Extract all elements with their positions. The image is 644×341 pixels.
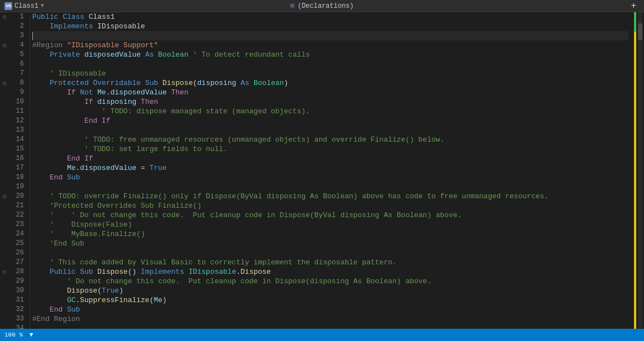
gutter-line-4[interactable]: ⊟ — [0, 41, 9, 50]
token-comment: 'Protected Overrides Sub Finalize() — [32, 201, 201, 210]
token-kw2: End — [85, 116, 97, 126]
token-plain — [32, 173, 49, 182]
scrollbar[interactable] — [636, 12, 644, 329]
token-kw2: End — [49, 305, 62, 314]
scrollbar-track[interactable] — [638, 12, 642, 329]
token-plain: = — [136, 163, 149, 173]
gutter-line-13 — [0, 126, 9, 135]
line-num-15: 15 — [9, 144, 26, 154]
token-comment: ' IDisposable — [32, 69, 106, 78]
line-num-9: 9 — [9, 88, 26, 97]
token-type: Boolean — [158, 50, 189, 59]
code-line-30: Dispose(True) — [32, 286, 628, 295]
token-plain — [32, 163, 67, 173]
token-bool-val: True — [102, 286, 119, 295]
code-line-6 — [32, 59, 628, 69]
token-region: #Region — [32, 41, 63, 50]
gutter-line-20[interactable]: ⊟ — [0, 192, 9, 201]
code-line-5: Private disposedValue As Boolean ' To de… — [32, 50, 628, 59]
token-method: Dispose — [241, 267, 271, 277]
code-line-11: ' TODO: dispose managed state (managed o… — [32, 107, 628, 116]
token-plain — [32, 295, 67, 305]
vb-icon: VB — [4, 2, 12, 10]
gutter-line-29 — [0, 277, 9, 286]
line-numbers: 1234567891011121314151617181920212223242… — [9, 12, 30, 329]
token-plain — [97, 116, 102, 126]
token-kw: Sub — [80, 267, 93, 277]
gutter-line-1[interactable]: ⊟ — [0, 12, 9, 22]
token-plain: . — [236, 267, 241, 277]
token-plain — [32, 50, 49, 59]
gutter-line-15 — [0, 144, 9, 154]
gutter-line-12 — [0, 116, 9, 126]
code-line-22: ' ' Do not change this code. Put cleanup… — [32, 210, 628, 220]
token-plain — [63, 41, 67, 50]
line-num-1: 1 — [9, 12, 26, 22]
code-line-21: 'Protected Overrides Sub Finalize() — [32, 201, 628, 210]
code-line-31: GC.SuppressFinalize(Me) — [32, 295, 628, 305]
editor: ⊟⊟⊟⊟⊟ 1234567891011121314151617181920212… — [0, 12, 644, 329]
token-type: IDisposable — [189, 267, 236, 277]
gutter-line-26 — [0, 248, 9, 258]
code-line-13 — [32, 126, 628, 135]
line-num-27: 27 — [9, 258, 26, 267]
token-plain — [93, 88, 97, 97]
token-comment: ' TODO: free unmanaged resources (unmana… — [32, 135, 444, 144]
gutter-line-19 — [0, 182, 9, 192]
token-comment: ' ' Do not change this code. Put cleanup… — [32, 210, 462, 220]
line-num-19: 19 — [9, 182, 26, 192]
filename-dropdown[interactable]: ▼ — [41, 3, 44, 9]
line-num-33: 33 — [9, 314, 26, 324]
token-plain — [136, 97, 141, 107]
gutter-line-7 — [0, 69, 9, 78]
token-plain: ( — [150, 295, 154, 305]
token-kw2: If — [85, 97, 93, 107]
token-plain — [141, 50, 145, 59]
code-area[interactable]: Public Class Class1 Implements IDisposab… — [30, 12, 628, 329]
token-plain: ) — [284, 78, 289, 88]
token-plain: ( — [97, 286, 102, 295]
code-line-10: If disposing Then — [32, 97, 628, 107]
token-plain — [158, 78, 162, 88]
text-cursor — [32, 32, 33, 40]
gutter-line-28[interactable]: ⊟ — [0, 267, 9, 277]
gutter-line-17 — [0, 163, 9, 173]
add-button[interactable]: + — [627, 1, 640, 11]
line-num-30: 30 — [9, 286, 26, 295]
token-type: GC — [67, 295, 76, 305]
line-num-32: 32 — [9, 305, 26, 314]
code-line-1: Public Class Class1 — [32, 12, 628, 22]
token-kw2: End — [67, 154, 80, 163]
gutter-line-10 — [0, 97, 9, 107]
code-line-4: #Region "IDisposable Support" — [32, 41, 628, 50]
token-method: Dispose — [67, 286, 97, 295]
token-plain: Class1 — [85, 12, 115, 22]
token-plain — [63, 305, 67, 314]
token-ident: disposedValue — [110, 88, 166, 97]
token-ident: disposedValue — [80, 163, 136, 173]
token-plain — [167, 88, 171, 97]
gutter-line-16 — [0, 154, 9, 163]
token-plain — [32, 22, 49, 31]
code-line-3 — [32, 31, 628, 41]
declarations-label: (Declarations) — [298, 2, 354, 10]
token-plain — [236, 78, 241, 88]
code-line-25: 'End Sub — [32, 239, 628, 248]
line-num-25: 25 — [9, 239, 26, 248]
code-line-27: ' This code added by Visual Basic to cor… — [32, 258, 628, 267]
token-kw: Protected — [49, 78, 88, 88]
zoom-dropdown[interactable]: ▼ — [29, 332, 33, 338]
token-plain — [32, 97, 85, 107]
token-plain — [249, 78, 254, 88]
line-num-13: 13 — [9, 126, 26, 135]
token-kw2: If — [67, 88, 76, 97]
token-plain: ( — [193, 78, 197, 88]
token-method: Dispose — [162, 78, 193, 88]
gutter-line-23 — [0, 220, 9, 229]
token-kw2: Then — [171, 88, 189, 97]
gutter-line-18 — [0, 173, 9, 182]
gutter-line-8[interactable]: ⊟ — [0, 78, 9, 88]
code-line-12: End If — [32, 116, 628, 126]
code-line-32: End Sub — [32, 305, 628, 314]
scrollbar-thumb[interactable] — [638, 23, 642, 40]
